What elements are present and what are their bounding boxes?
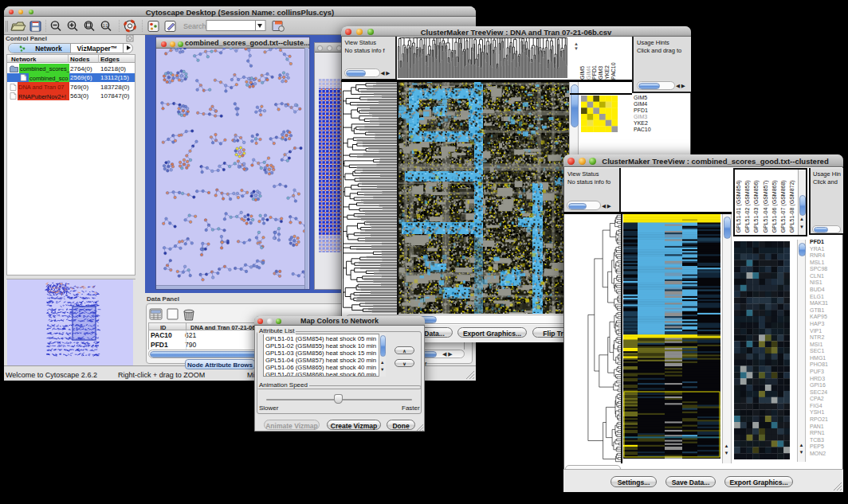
svg-text:Search:: Search: <box>183 22 208 30</box>
svg-text:1:1: 1:1 <box>103 24 108 28</box>
